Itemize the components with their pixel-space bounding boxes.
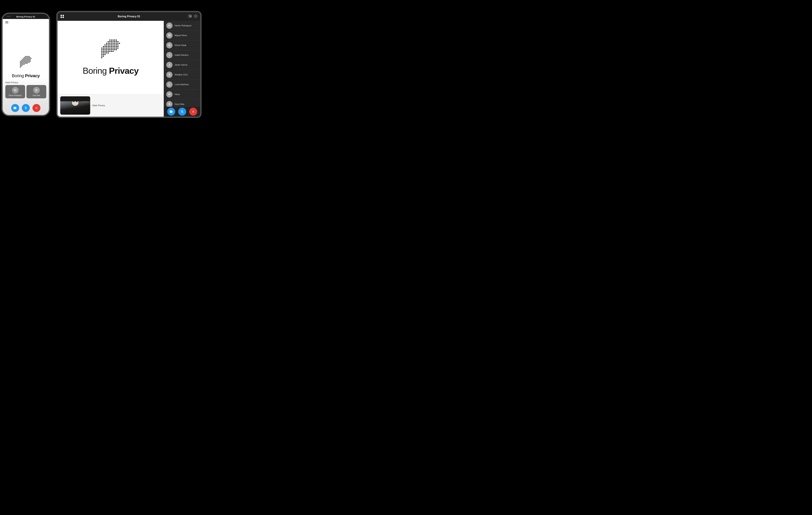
tablet-stark-label: Stark Privacy — [92, 104, 105, 107]
phone-mute-button[interactable] — [22, 104, 30, 112]
participant-javier[interactable]: J Javier García — [164, 60, 200, 70]
miguel-name: Miguel Pérez — [175, 34, 187, 37]
tablet-mic-off-icon — [180, 110, 184, 113]
svg-point-112 — [116, 44, 117, 46]
svg-point-148 — [106, 51, 107, 52]
phone-screen: Boring Privacy Stark Privacy H Hector Ro… — [3, 19, 49, 115]
participant-hector[interactable]: H Hector Rodríguez — [164, 21, 200, 31]
svg-point-118 — [109, 46, 111, 47]
hector-name: Hector Rodríguez — [175, 24, 192, 27]
svg-point-59 — [28, 62, 29, 63]
harry-avatar: H — [166, 91, 173, 97]
svg-point-147 — [105, 51, 106, 52]
participant-shadow[interactable]: S Shadow 1312 — [164, 70, 200, 80]
svg-point-88 — [116, 39, 117, 40]
svg-rect-82 — [190, 16, 192, 18]
phone-end-call-button[interactable] — [32, 104, 40, 112]
phone-menu-icon[interactable] — [5, 21, 8, 23]
tablet-end-call-icon — [192, 110, 195, 113]
participant-sara[interactable]: S Sara Data — [164, 99, 200, 107]
svg-point-99 — [111, 43, 112, 44]
phone-tile-hector[interactable]: H Hector Rodriguez — [5, 85, 25, 98]
svg-point-48 — [28, 61, 29, 62]
svg-point-149 — [108, 51, 109, 52]
svg-point-150 — [109, 51, 111, 52]
phone-brand-text: Boring Privacy — [12, 73, 40, 78]
svg-point-21 — [22, 59, 23, 60]
brand-bold: Privacy — [25, 73, 40, 78]
lucia-name: Lucía Martínez — [175, 83, 189, 86]
svg-point-24 — [25, 59, 26, 60]
ghost-avatar: G — [166, 42, 173, 49]
dot-3 — [10, 16, 10, 17]
svg-point-28 — [29, 59, 30, 60]
svg-point-130 — [111, 48, 112, 49]
svg-point-109 — [111, 44, 112, 46]
phone-participants: Stark Privacy H Hector Rodriguez S Sara … — [3, 81, 49, 98]
stark-privacy-video[interactable] — [60, 96, 90, 115]
svg-point-36 — [27, 60, 28, 61]
participant-lucia[interactable]: L Lucía Martínez — [164, 80, 200, 89]
tablet-sidebar: H Hector Rodríguez M Miguel Pérez G Ghos… — [164, 21, 200, 117]
sara-avatar-phone: S — [33, 87, 40, 93]
svg-point-90 — [109, 41, 111, 42]
tablet-device: Boring Privacy 01 — [57, 11, 201, 118]
phone-tile-sara[interactable]: S Sara Data — [26, 85, 46, 98]
phone-logo — [15, 56, 37, 70]
phone-call-title: Boring Privacy 01 — [16, 16, 35, 18]
svg-point-3 — [28, 56, 29, 57]
tablet-mute-button[interactable] — [178, 108, 186, 116]
svg-point-9 — [28, 57, 29, 58]
svg-point-60 — [29, 62, 30, 63]
svg-point-43 — [23, 61, 24, 62]
svg-point-69 — [20, 64, 21, 64]
svg-point-26 — [27, 59, 28, 60]
tablet-body: Boring Privacy — [58, 21, 200, 117]
svg-point-54 — [23, 62, 24, 63]
svg-point-1 — [26, 56, 27, 57]
app-logo-icon[interactable] — [61, 15, 64, 18]
svg-point-66 — [25, 63, 26, 63]
tablet-camera-button[interactable] — [167, 108, 175, 116]
svg-point-65 — [24, 63, 25, 63]
svg-point-39 — [30, 60, 31, 61]
end-call-icon — [35, 106, 38, 110]
phone-presentation-area: Boring Privacy — [3, 19, 49, 115]
svg-point-51 — [20, 62, 21, 63]
svg-point-16 — [27, 58, 28, 59]
svg-point-161 — [102, 56, 103, 57]
svg-point-137 — [105, 49, 106, 50]
participant-miguel[interactable]: M Miguel Pérez — [164, 31, 200, 40]
participant-ghost[interactable]: G Ghost Hawk — [164, 40, 200, 50]
svg-point-96 — [106, 43, 107, 44]
sara-avatar: S — [166, 101, 173, 107]
svg-point-38 — [29, 60, 30, 61]
svg-point-98 — [109, 43, 111, 44]
isabel-avatar: I — [166, 52, 173, 58]
svg-point-94 — [116, 41, 117, 42]
phone-camera-button[interactable] — [11, 104, 19, 112]
svg-point-46 — [26, 61, 27, 62]
svg-point-116 — [106, 46, 107, 47]
layout-button[interactable] — [188, 15, 192, 18]
svg-point-0 — [25, 56, 26, 57]
svg-point-62 — [21, 63, 22, 63]
svg-point-71 — [22, 64, 23, 64]
svg-point-136 — [103, 49, 104, 50]
more-button[interactable] — [194, 15, 197, 19]
svg-point-154 — [103, 52, 104, 54]
tablet-video-strip: Stark Privacy — [58, 94, 164, 117]
participant-harry[interactable]: H Harry — [164, 89, 200, 99]
svg-point-134 — [117, 48, 118, 49]
layout-icon — [188, 15, 192, 18]
svg-point-19 — [30, 58, 31, 59]
svg-point-55 — [24, 62, 25, 63]
svg-point-47 — [27, 61, 28, 62]
menu-line-2 — [5, 22, 8, 23]
tablet-end-call-button[interactable] — [189, 108, 197, 116]
javier-name: Javier García — [175, 63, 187, 66]
participant-isabel[interactable]: I Isabél Navarro — [164, 50, 200, 60]
svg-point-73 — [24, 64, 25, 64]
svg-point-122 — [116, 46, 117, 47]
logo-dot-4 — [63, 17, 64, 18]
